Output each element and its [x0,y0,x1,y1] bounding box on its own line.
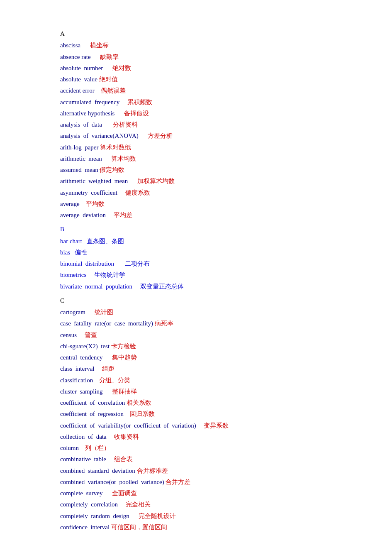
entry-classification: classification 分组、分类 [60,375,359,386]
entry-class-interval: class interval 组距 [60,363,359,374]
section-letter-a: A [60,28,359,39]
entry-absolute-number: absolute number 绝对数 [60,63,359,73]
section-a: A abscissa 横坐标 absence rate 缺勤率 absolute… [60,28,359,220]
entry-census: census 普查 [60,330,359,340]
entry-assumed-mean: assumed mean 假定均数 [60,164,359,175]
section-c: C cartogram 统计图 case fatality rate(or ca… [60,295,359,533]
entry-central-tendency: central tendency 集中趋势 [60,352,359,363]
entry-coefficient-correlation: coefficient of correlation 相关系数 [60,397,359,408]
entry-combined-variance: combined variance(or poolled variance) 合… [60,477,359,487]
entry-absence-rate: absence rate 缺勤率 [60,51,359,62]
section-letter-b: B [60,224,359,235]
entry-binomial-distribution: binomial distribution 二项分布 [60,258,359,269]
section-b: B bar chart 直条图、条图 bias 偏性 binomial dist… [60,224,359,292]
entry-anova: analysis of variance(ANOVA) 方差分析 [60,130,359,141]
entry-accumulated-frequency: accumulated frequency 累积频数 [60,97,359,108]
entry-column: column 列（栏） [60,443,359,453]
entry-absolute-value: absolute value 绝对值 [60,74,359,85]
entry-average-deviation: average deviation 平均差 [60,210,359,220]
entry-coefficient-variability: coefficient of variability(or coefficieu… [60,420,359,431]
entry-cartogram: cartogram 统计图 [60,307,359,318]
entry-coefficient-regression: coefficient of regression 回归系数 [60,408,359,419]
entry-bias: bias 偏性 [60,247,359,258]
entry-abscissa: abscissa 横坐标 [60,40,359,51]
entry-combinative-table: combinative table 组合表 [60,454,359,465]
entry-combined-standard-deviation: combined standard deviation 合并标准差 [60,465,359,476]
entry-arithmetic-mean: arithmetic mean 算术均数 [60,153,359,164]
entry-case-fatality-rate: case fatality rate(or case mortality) 病死… [60,318,359,329]
entry-complete-survey: complete survey 全面调查 [60,488,359,499]
entry-average: average 平均数 [60,198,359,209]
entry-confidence-interval: confidence interval 可信区间，置信区间 [60,522,359,533]
entry-completely-random-design: completely random design 完全随机设计 [60,511,359,521]
entry-chi-square: chi-sguare(X2) test 卡方检验 [60,341,359,352]
entry-accident-error: accident error 偶然误差 [60,85,359,96]
glossary-container: A abscissa 横坐标 absence rate 缺勤率 absolute… [60,28,359,533]
entry-completely-correlation: completely correlation 完全相关 [60,499,359,510]
entry-bivariate-normal-population: bivariate normal population 双变量正态总体 [60,281,359,292]
entry-cluster-sampling: cluster sampling 整群抽样 [60,386,359,397]
entry-asymmetry-coefficient: asymmetry coefficient 偏度系数 [60,187,359,198]
entry-arith-log-paper: arith-log paper 算术对数纸 [60,142,359,153]
entry-biometrics: biometrics 生物统计学 [60,269,359,280]
entry-alternative-hypothesis: alternative hypothesis 备择假设 [60,108,359,119]
entry-bar-chart: bar chart 直条图、条图 [60,236,359,247]
entry-arithmetic-weighted-mean: arithmetic weighted mean 加权算术均数 [60,176,359,186]
entry-analysis-of-data: analysis of data 分析资料 [60,119,359,130]
section-letter-c: C [60,295,359,306]
entry-collection-of-data: collection of data 收集资料 [60,431,359,442]
